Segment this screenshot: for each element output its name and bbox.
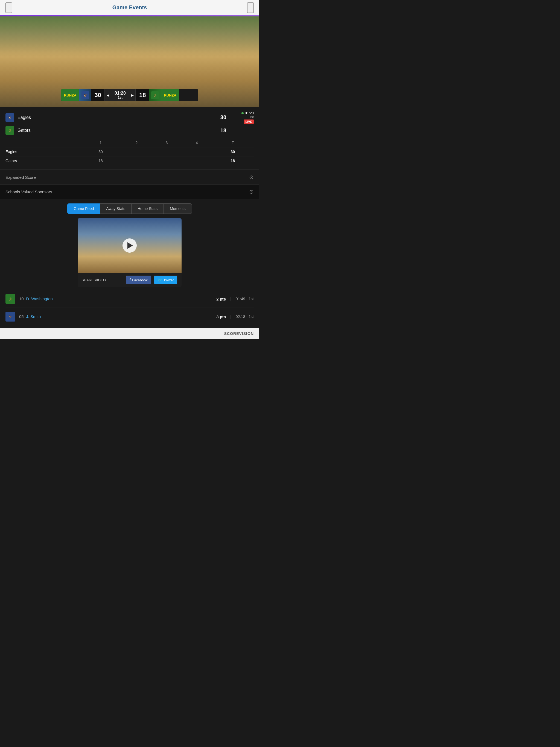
feed-item-time-1: 01:49 - 1st xyxy=(236,297,254,301)
video-background: RUNZA 🦅 30 ◂ 01:20 1st ▸ 18 🐊 RUNZA xyxy=(0,17,259,107)
tab-game-feed[interactable]: Game Feed xyxy=(67,203,100,214)
player-name-1: D. Washington xyxy=(26,297,53,301)
away-team-icon: 🐊 xyxy=(151,91,159,99)
play-button[interactable] xyxy=(123,238,137,253)
row-final-eagles: 30 xyxy=(212,147,254,156)
row-final-gators: 18 xyxy=(212,156,254,165)
feed-item-time-2: 02:18 - 1st xyxy=(236,314,254,319)
feed-item-logo-gators: 🐊 xyxy=(5,294,15,304)
feed-item-stats-1: 2 pts | 01:49 - 1st xyxy=(216,297,254,301)
feed-items: 🐊 10 D. Washington 2 pts | 01:49 - 1st 🦅… xyxy=(0,287,259,328)
away-logo-icon: 🐊 xyxy=(8,129,11,132)
player-number-2: 05 xyxy=(19,314,24,319)
row-q4-eagles xyxy=(182,147,212,156)
sponsors-row[interactable]: Schools Valued Sponsors ⊙ xyxy=(0,185,259,199)
table-row: Gators 18 18 xyxy=(5,156,254,165)
settings-button[interactable] xyxy=(247,2,254,13)
col-q4: 4 xyxy=(182,138,212,147)
header: Game Events xyxy=(0,0,259,15)
row-q2-eagles xyxy=(122,147,152,156)
facebook-icon: f xyxy=(130,278,131,282)
feed-section: SHARE VIDEO f Facebook 🐦 Twitter xyxy=(0,218,259,287)
score-table: 1 2 3 4 F Eagles 30 30 Gators 18 xyxy=(5,138,254,165)
player-number-1: 10 xyxy=(19,297,24,301)
tab-away-stats[interactable]: Away Stats xyxy=(100,203,131,214)
row-q1-eagles: 30 xyxy=(80,147,121,156)
home-score-display: 30 xyxy=(91,89,105,101)
share-bar: SHARE VIDEO f Facebook 🐦 Twitter xyxy=(78,273,182,287)
col-q3: 3 xyxy=(152,138,182,147)
share-buttons: f Facebook 🐦 Twitter xyxy=(126,276,178,284)
feed-item-pts-1: 2 pts xyxy=(216,297,226,301)
expanded-score-row[interactable]: Expanded Score ⊙ xyxy=(0,170,259,185)
tab-moments[interactable]: Moments xyxy=(164,203,192,214)
away-team-name: Gators xyxy=(18,128,221,133)
live-dot xyxy=(241,112,244,114)
feed-item-info-2: 05 J. Smith xyxy=(19,314,216,319)
footer: SCOREVISION xyxy=(0,328,259,339)
live-info: 01:20 1st LIVE xyxy=(232,111,254,124)
away-team-row: 🐊 Gators 18 xyxy=(5,126,254,135)
list-item: 🐊 10 D. Washington 2 pts | 01:49 - 1st xyxy=(5,290,254,308)
home-team-scoreboard: 🦅 xyxy=(79,89,91,101)
feed-item-info-1: 10 D. Washington xyxy=(19,297,216,301)
sponsors-chevron-icon: ⊙ xyxy=(249,188,254,195)
expanded-score-label: Expanded Score xyxy=(5,175,36,180)
row-q3-eagles xyxy=(152,147,182,156)
col-final: F xyxy=(212,138,254,147)
back-button[interactable] xyxy=(5,2,12,13)
tabs-container: Game Feed Away Stats Home Stats Moments xyxy=(0,199,259,218)
col-q2: 2 xyxy=(122,138,152,147)
video-section: RUNZA 🦅 30 ◂ 01:20 1st ▸ 18 🐊 RUNZA xyxy=(0,17,259,107)
home-logo-icon: 🦅 xyxy=(8,116,11,119)
home-team-logo: 🦅 xyxy=(5,113,14,122)
row-q1-gators: 18 xyxy=(80,156,121,165)
play-icon xyxy=(127,242,133,249)
sponsors-label: Schools Valued Sponsors xyxy=(5,189,52,194)
game-clock: 01:20 1st xyxy=(111,89,130,101)
row-team-eagles: Eagles xyxy=(5,147,80,156)
live-badge: LIVE xyxy=(244,120,254,124)
footer-brand: SCOREVISION xyxy=(224,331,254,336)
feed-item-stats-2: 3 pts | 02:18 - 1st xyxy=(216,314,254,319)
divider-2: | xyxy=(230,314,231,319)
col-team xyxy=(5,138,80,147)
row-q3-gators xyxy=(152,156,182,165)
video-feed-card: SHARE VIDEO f Facebook 🐦 Twitter xyxy=(78,218,182,287)
tab-home-stats[interactable]: Home Stats xyxy=(131,203,164,214)
table-row: Eagles 30 30 xyxy=(5,147,254,156)
row-team-gators: Gators xyxy=(5,156,80,165)
video-thumbnail[interactable] xyxy=(78,218,182,273)
player-name-2: J. Smith xyxy=(26,314,41,319)
expand-chevron-icon: ⊙ xyxy=(249,174,254,180)
twitter-share-button[interactable]: 🐦 Twitter xyxy=(154,276,178,284)
row-q4-gators xyxy=(182,156,212,165)
facebook-share-button[interactable]: f Facebook xyxy=(126,276,152,284)
away-team-logo: 🐊 xyxy=(5,126,14,135)
home-team-icon: 🦅 xyxy=(81,91,89,99)
divider-1: | xyxy=(230,297,231,301)
away-team-score: 18 xyxy=(221,127,226,134)
away-score-display: 18 xyxy=(135,89,149,101)
score-section: 🦅 Eagles 30 01:20 1st LIVE 🐊 Gators 18 1… xyxy=(0,107,259,170)
list-item: 🦅 05 J. Smith 3 pts | 02:18 - 1st xyxy=(5,308,254,325)
home-team-name: Eagles xyxy=(18,115,221,120)
video-scoreboard: RUNZA 🦅 30 ◂ 01:20 1st ▸ 18 🐊 RUNZA xyxy=(61,89,198,101)
twitter-icon: 🐦 xyxy=(157,278,162,282)
feed-item-logo-eagles: 🦅 xyxy=(5,312,15,321)
row-q2-gators xyxy=(122,156,152,165)
col-q1: 1 xyxy=(80,138,121,147)
home-team-row: 🦅 Eagles 30 01:20 1st LIVE xyxy=(5,111,254,124)
page-title: Game Events xyxy=(112,4,147,11)
sponsor-right: RUNZA xyxy=(161,89,179,101)
live-period: 1st xyxy=(249,115,254,119)
feed-item-pts-2: 3 pts xyxy=(216,314,226,319)
home-team-score: 30 xyxy=(221,114,226,121)
live-time: 01:20 xyxy=(241,111,254,115)
sponsor-left: RUNZA xyxy=(61,89,79,101)
away-team-scoreboard: 🐊 xyxy=(149,89,161,101)
share-label: SHARE VIDEO xyxy=(81,278,106,282)
